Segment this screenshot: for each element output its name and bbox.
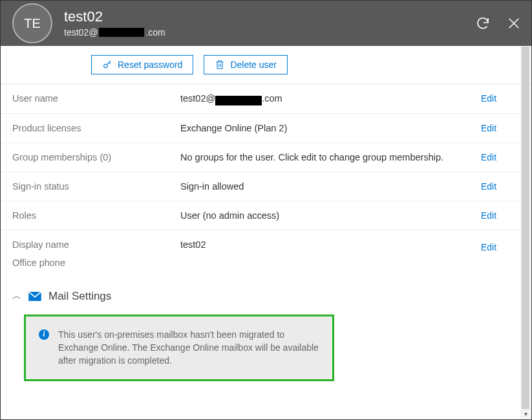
mail-settings-title: Mail Settings xyxy=(48,290,111,303)
roles-value: User (no admin access) xyxy=(180,210,481,221)
header-actions xyxy=(473,14,524,33)
scroll-down-icon[interactable]: ▾ xyxy=(520,408,531,419)
panel-subtitle: test02@ .com xyxy=(64,27,473,38)
edit-roles-link[interactable]: Edit xyxy=(481,210,520,221)
edit-signin-link[interactable]: Edit xyxy=(481,181,520,192)
info-wrap: i This user's on-premises mailbox hasn't… xyxy=(1,308,531,394)
email-suffix: .com xyxy=(145,27,165,38)
signin-value: Sign-in allowed xyxy=(180,181,481,192)
username-value: test02@.com xyxy=(180,93,481,104)
signin-label: Sign-in status xyxy=(12,181,180,192)
chevron-up-icon: ︿ xyxy=(12,291,21,302)
svg-point-0 xyxy=(104,64,107,67)
edit-licenses-link[interactable]: Edit xyxy=(481,123,520,133)
phone-label: Office phone xyxy=(12,258,180,268)
redacted-text xyxy=(99,28,144,37)
display-label: Display name xyxy=(12,239,180,250)
header-text: test02 test02@ .com xyxy=(64,9,473,38)
info-text: This user's on-premises mailbox hasn't b… xyxy=(58,328,319,368)
display-value: test02 xyxy=(180,239,481,250)
licenses-label: Product licenses xyxy=(12,123,180,133)
email-prefix: test02@ xyxy=(64,27,98,38)
properties-list: User name test02@.com Edit Product licen… xyxy=(1,84,531,280)
row-display-phone: Display name test02 Edit Office phone xyxy=(1,230,531,280)
row-licenses: Product licenses Exchange Online (Plan 2… xyxy=(1,114,531,143)
scrollbar[interactable]: ▾ xyxy=(520,47,531,419)
panel-header: TE test02 test02@ .com xyxy=(1,1,531,46)
info-icon: i xyxy=(39,329,49,340)
edit-groups-link[interactable]: Edit xyxy=(481,152,520,162)
licenses-value: Exchange Online (Plan 2) xyxy=(180,123,481,133)
reset-password-button[interactable]: Reset password xyxy=(91,55,193,74)
reset-password-label: Reset password xyxy=(118,60,182,70)
mail-settings-section-header[interactable]: ︿ Mail Settings xyxy=(1,280,531,308)
info-box: i This user's on-premises mailbox hasn't… xyxy=(24,315,334,381)
avatar: TE xyxy=(12,3,52,43)
scrollbar-thumb[interactable] xyxy=(522,47,529,409)
mail-icon xyxy=(28,291,42,302)
refresh-button[interactable] xyxy=(473,14,493,33)
close-button[interactable] xyxy=(504,14,524,33)
panel-title: test02 xyxy=(64,9,473,25)
delete-user-label: Delete user xyxy=(230,60,277,70)
row-signin: Sign-in status Sign-in allowed Edit xyxy=(1,172,531,201)
delete-user-button[interactable]: Delete user xyxy=(204,55,288,74)
key-icon xyxy=(102,60,112,70)
row-groups: Group memberships (0) No groups for the … xyxy=(1,143,531,172)
toolbar: Reset password Delete user xyxy=(1,46,531,84)
redacted-text xyxy=(215,96,262,105)
roles-label: Roles xyxy=(12,210,180,221)
groups-value: No groups for the user. Click edit to ch… xyxy=(180,152,481,162)
row-username: User name test02@.com Edit xyxy=(1,84,531,114)
edit-username-link[interactable]: Edit xyxy=(481,93,520,104)
trash-icon xyxy=(215,60,225,70)
username-label: User name xyxy=(12,93,180,104)
edit-display-link[interactable]: Edit xyxy=(481,242,520,252)
row-roles: Roles User (no admin access) Edit xyxy=(1,201,531,230)
groups-label: Group memberships (0) xyxy=(12,152,180,162)
